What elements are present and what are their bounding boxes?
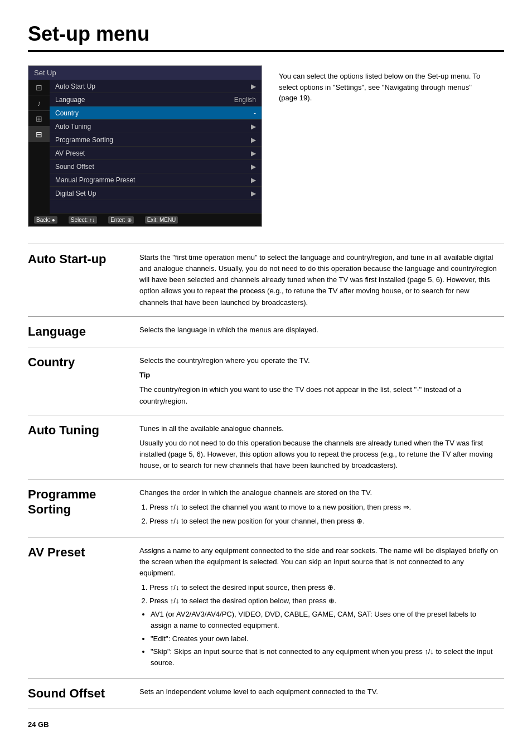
definition-avpreset: Assigns a name to any equipment connecte… [139, 545, 499, 668]
tv-menu-icons: ⊡ ♪ ⊞ ⊟ [28, 80, 50, 214]
avpreset-option-labels: AV1 (or AV2/AV3/AV4/PC), VIDEO, DVD, CAB… [151, 609, 499, 631]
programmesorting-step1: Press ↑/↓ to select the channel you want… [149, 502, 499, 513]
programmesorting-step2: Press ↑/↓ to select the new position for… [149, 516, 499, 527]
footer-enter: Enter: ⊕ [108, 216, 133, 224]
term-language: Language [28, 324, 128, 339]
page-title: Set-up menu [28, 22, 504, 52]
footer-select: Select: ↑↓ [69, 216, 97, 224]
menu-row-avpreset: AV Preset ▶ [50, 147, 262, 160]
tv-menu-items: ⊡ ♪ ⊞ ⊟ Auto Start Up ▶ Language English… [28, 80, 262, 214]
menu-row-digitalsetup: Digital Set Up ▶ [50, 187, 262, 200]
section-avpreset: AV Preset Assigns a name to any equipmen… [28, 537, 504, 678]
tv-menu-header: Set Up [28, 66, 262, 80]
avpreset-option-edit: "Edit": Creates your own label. [151, 633, 499, 644]
tv-menu-screenshot: Set Up ⊡ ♪ ⊞ ⊟ Auto Start Up ▶ Language … [28, 65, 262, 227]
page-number: 24 GB [28, 720, 504, 729]
menu-row-manualprogrammepreset: Manual Programme Preset ▶ [50, 173, 262, 187]
definition-soundoffset: Sets an independent volume level to each… [139, 686, 499, 697]
term-soundoffset: Sound Offset [28, 686, 128, 701]
definition-autostartup: Starts the "first time operation menu" t… [139, 252, 499, 308]
definition-country: Selects the country/region where you ope… [139, 355, 499, 407]
menu-row-autotuning: Auto Tuning ▶ [50, 120, 262, 133]
section-country: Country Selects the country/region where… [28, 347, 504, 415]
menu-icon-2: ♪ [28, 95, 50, 111]
tv-menu-list: Auto Start Up ▶ Language English Country… [50, 80, 262, 214]
menu-icon-3: ⊞ [28, 111, 50, 127]
footer-back: Back: ● [34, 216, 57, 224]
avpreset-step2: Press ↑/↓ to select the desired option b… [149, 595, 499, 607]
menu-row-language: Language English [50, 93, 262, 106]
section-autotuning: Auto Tuning Tunes in all the available a… [28, 415, 504, 479]
avpreset-option-skip: "Skip": Skips an input source that is no… [151, 646, 499, 668]
menu-icon-1: ⊡ [28, 80, 50, 95]
section-language: Language Selects the language in which t… [28, 316, 504, 347]
section-programmesorting: Programme Sorting Changes the order in w… [28, 479, 504, 537]
definition-programmesorting: Changes the order in which the analogue … [139, 487, 499, 526]
term-country: Country [28, 355, 128, 370]
menu-row-programmesorting: Programme Sorting ▶ [50, 133, 262, 147]
top-description: You can select the options listed below … [279, 65, 491, 227]
menu-row-soundoffset: Sound Offset ▶ [50, 160, 262, 173]
section-soundoffset: Sound Offset Sets an independent volume … [28, 679, 504, 709]
avpreset-step1: Press ↑/↓ to select the desired input so… [149, 582, 499, 593]
top-section: Set Up ⊡ ♪ ⊞ ⊟ Auto Start Up ▶ Language … [28, 65, 504, 227]
menu-icon-4: ⊟ [28, 127, 50, 142]
definition-autotuning: Tunes in all the available analogue chan… [139, 423, 499, 472]
menu-row-autostartup: Auto Start Up ▶ [50, 80, 262, 93]
menu-row-blank [50, 200, 262, 214]
term-programmesorting: Programme Sorting [28, 487, 128, 517]
term-autostartup: Auto Start-up [28, 252, 128, 266]
menu-row-country: Country - [50, 106, 262, 120]
term-autotuning: Auto Tuning [28, 423, 128, 438]
section-autostartup: Auto Start-up Starts the "first time ope… [28, 244, 504, 317]
footer-exit: Exit: MENU [145, 216, 178, 224]
definition-language: Selects the language in which the menus … [139, 324, 499, 336]
term-avpreset: AV Preset [28, 545, 128, 560]
tv-menu-footer: Back: ● Select: ↑↓ Enter: ⊕ Exit: MENU [28, 214, 262, 226]
content-table: Auto Start-up Starts the "first time ope… [28, 244, 504, 709]
